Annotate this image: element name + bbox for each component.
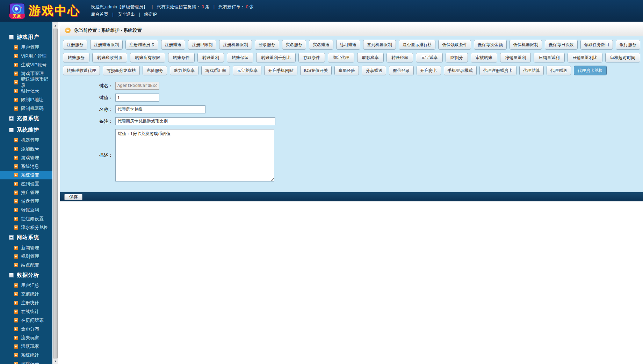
setting-tab-button[interactable]: 签到机器限制 [363, 40, 396, 50]
setting-tab-button[interactable]: 审核超时时间 [605, 53, 640, 62]
setting-tab-button[interactable]: 转账返利千分比 [256, 53, 295, 62]
setting-tab-button[interactable]: 游戏币汇率 [201, 66, 230, 75]
setting-tab-button[interactable]: 开启手机网站 [264, 66, 297, 75]
setting-tab-button[interactable]: 注册机器限制 [219, 40, 252, 50]
setting-tab-button[interactable]: 银行服务 [616, 40, 640, 50]
sidebar-section-header[interactable]: −系统维护 [0, 124, 52, 136]
sidebar-item[interactable]: ▶游戏记录 [0, 359, 52, 364]
setting-tab-button[interactable]: 日销量返利 [534, 53, 564, 62]
setting-tab-button[interactable]: 亏损赢分龙虎榜 [103, 66, 140, 75]
setting-tab-button[interactable]: 实名赠送 [309, 40, 333, 50]
setting-tab-button[interactable]: 代理房卡兑换 [574, 66, 607, 75]
setting-tab-button[interactable]: 低保领取条件 [438, 40, 471, 50]
setting-tab-button[interactable]: 微信登录 [389, 66, 413, 75]
sidebar-scrollbar[interactable]: ▲ ▼ [53, 22, 58, 364]
sidebar-item[interactable]: ▶在线统计 [0, 307, 52, 316]
sidebar-item[interactable]: ▶用户管理 [0, 43, 52, 52]
setting-tab-button[interactable]: 注册服务 [63, 40, 87, 50]
setting-tab-button[interactable]: 净销量返利 [500, 53, 531, 62]
sidebar-item[interactable]: ▶活跃玩家 [0, 342, 52, 351]
scrollbar-thumb[interactable] [53, 29, 58, 358]
sidebar-item[interactable]: ▶限制IP地址 [0, 95, 52, 104]
scrollbar-up-icon[interactable]: ▲ [53, 23, 58, 28]
description-textarea[interactable] [115, 129, 274, 181]
sidebar-item[interactable]: ▶签到设置 [0, 179, 52, 188]
setting-tab-button[interactable]: 实名服务 [282, 40, 306, 50]
setting-tab-button[interactable]: 存取条件 [298, 53, 325, 62]
key-value-field[interactable] [115, 94, 159, 102]
setting-tab-button[interactable]: 分享赠送 [362, 66, 386, 75]
scrollbar-down-icon[interactable]: ▼ [53, 359, 58, 364]
setting-tab-button[interactable]: 代理注册赠房卡 [479, 66, 516, 75]
setting-tab-button[interactable]: 是否显示排行榜 [399, 40, 436, 50]
sidebar-item[interactable]: ▶系统消息 [0, 162, 52, 171]
sidebar-section-header[interactable]: −数据分析 [0, 269, 52, 281]
collapse-icon[interactable]: − [9, 128, 14, 132]
collapse-icon[interactable]: − [9, 235, 14, 240]
expand-icon[interactable]: + [9, 116, 14, 121]
sidebar-section-header[interactable]: +充值系统 [0, 113, 52, 124]
setting-tab-button[interactable]: 低保每日次数 [545, 40, 578, 50]
sidebar-item[interactable]: ▶流失玩家 [0, 333, 52, 342]
sidebar-item[interactable]: ▶用户汇总 [0, 281, 52, 290]
sidebar-item[interactable]: ▶限制机器码 [0, 104, 52, 113]
setting-tab-button[interactable]: 转账税收封顶 [92, 53, 127, 62]
setting-tab-button[interactable]: 注册赠送房卡 [125, 40, 158, 50]
save-button[interactable]: 保存 [64, 194, 82, 200]
sidebar-section-header[interactable]: −游戏用户 [0, 31, 52, 43]
sidebar-item[interactable]: ▶规则管理 [0, 252, 52, 261]
setting-tab-button[interactable]: 低保每次金额 [474, 40, 507, 50]
sidebar-item[interactable]: ▶生成VIP账号 [0, 60, 52, 69]
setting-tab-button[interactable]: 转账返利 [197, 53, 224, 62]
setting-tab-button[interactable]: 注册赠送限制 [90, 40, 123, 50]
setting-tab-button[interactable]: 转账所有权限 [130, 53, 165, 62]
remark-field[interactable] [115, 117, 275, 125]
sidebar-item[interactable]: ▶转盘管理 [0, 197, 52, 206]
setting-tab-button[interactable]: 代理赠送 [547, 66, 571, 75]
sidebar-item[interactable]: ▶游戏管理 [0, 153, 52, 162]
link-bind-ip[interactable]: 绑定IP [144, 12, 157, 17]
sidebar-item[interactable]: ▶充值统计 [0, 290, 52, 298]
name-field[interactable] [115, 105, 205, 113]
sidebar-item[interactable]: ▶流水积分兑换 [0, 223, 52, 232]
setting-tab-button[interactable]: 元宝返率 [416, 53, 442, 62]
setting-tab-button[interactable]: 注册赠送 [161, 40, 186, 50]
sidebar-item[interactable]: ▶赠送游戏币记录 [0, 78, 52, 87]
setting-tab-button[interactable]: 审核转账 [471, 53, 497, 62]
setting-tab-button[interactable]: 魅力兑换率 [170, 66, 198, 75]
setting-tab-button[interactable]: 转账保留 [227, 53, 253, 62]
sidebar-item[interactable]: ▶系统设置 [0, 171, 52, 179]
setting-tab-button[interactable]: 转账税率 [386, 53, 413, 62]
sidebar-item[interactable]: ▶金币分布 [0, 325, 52, 333]
sidebar-item[interactable]: ▶添加靓号 [0, 144, 52, 153]
collapse-icon[interactable]: − [9, 35, 14, 39]
setting-tab-button[interactable]: 转账税收返代理 [63, 66, 100, 75]
setting-tab-button[interactable]: 低保机器限制 [510, 40, 542, 50]
setting-tab-button[interactable]: 手机登录模式 [444, 66, 477, 75]
link-logout[interactable]: 安全退出 [117, 12, 135, 17]
setting-tab-button[interactable]: 登录服务 [255, 40, 279, 50]
setting-tab-button[interactable]: 领取任务数目 [580, 40, 613, 50]
sidebar-item[interactable]: ▶机器管理 [0, 136, 52, 144]
setting-tab-button[interactable]: 赢局经验 [334, 66, 359, 75]
sidebar-item[interactable]: ▶推广管理 [0, 188, 52, 197]
setting-tab-button[interactable]: 元宝兑换率 [233, 66, 261, 75]
sidebar-item[interactable]: ▶红包雨设置 [0, 214, 52, 223]
link-admin-home[interactable]: 后台首页 [91, 12, 108, 17]
setting-tab-button[interactable]: 转账条件 [168, 53, 195, 62]
setting-tab-button[interactable]: 充值服务 [143, 66, 167, 75]
sidebar-item[interactable]: ▶在房间玩家 [0, 316, 52, 325]
sidebar-item[interactable]: ▶注册统计 [0, 298, 52, 307]
app-logo-icon[interactable]: 天豪 [9, 3, 25, 19]
setting-tab-button[interactable]: IOS充值开关 [300, 66, 332, 75]
key-name-field[interactable] [115, 82, 159, 90]
setting-tab-button[interactable]: 练习赠送 [336, 40, 361, 50]
setting-tab-button[interactable]: 防倒分 [446, 53, 468, 62]
sidebar-section-header[interactable]: −网站系统 [0, 232, 52, 243]
sidebar-item[interactable]: ▶系统统计 [0, 351, 52, 359]
sidebar-item[interactable]: ▶VIP用户管理 [0, 52, 52, 60]
setting-tab-button[interactable]: 转账服务 [63, 53, 89, 62]
sidebar-item[interactable]: ▶转账返利 [0, 206, 52, 214]
setting-tab-button[interactable]: 取款税率 [357, 53, 384, 62]
collapse-icon[interactable]: − [9, 273, 14, 277]
